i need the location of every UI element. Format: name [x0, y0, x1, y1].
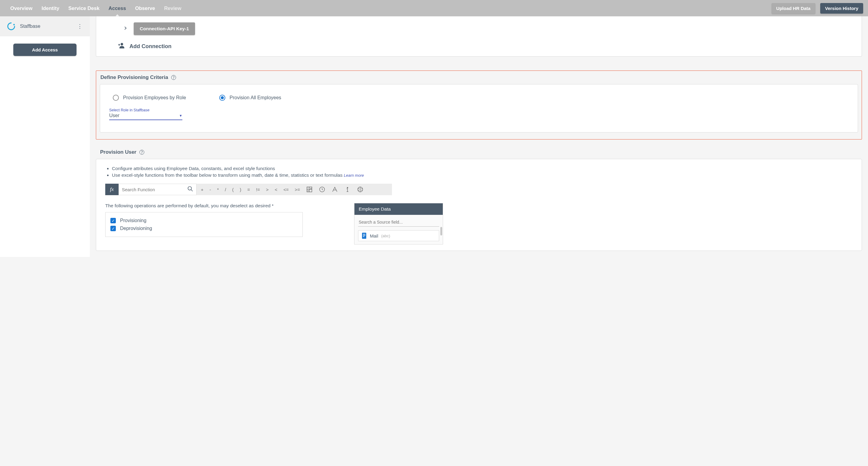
op-multiply[interactable]: *: [217, 187, 219, 192]
caret-down-icon: ▼: [179, 114, 182, 117]
operator-toolbar: + - * / ( ) = != > < <= >=: [196, 184, 392, 195]
provision-user-section: Provision User ? Configure attributes us…: [96, 146, 862, 251]
op-divide[interactable]: /: [225, 187, 226, 192]
chevron-right-icon[interactable]: [123, 26, 128, 31]
nav-service-desk[interactable]: Service Desk: [68, 0, 99, 16]
top-nav-bar: Overview Identity Service Desk Access Ob…: [0, 0, 868, 16]
op-neq[interactable]: !=: [256, 187, 260, 192]
scrollbar[interactable]: [440, 227, 442, 244]
checkbox-provisioning[interactable]: ✓ Provisioning: [111, 217, 298, 225]
operations-list: ✓ Provisioning ✓ Deprovisioning: [105, 212, 303, 237]
svg-rect-8: [363, 235, 365, 236]
bullet-2: Use excel-style functions from the toolb…: [112, 172, 852, 178]
define-criteria-section: Define Provisioning Criteria ? Provision…: [96, 70, 862, 140]
add-connection-row[interactable]: Add Connection: [105, 39, 852, 50]
op-plus[interactable]: +: [201, 187, 204, 192]
connection-chip[interactable]: Connection-API Key-1: [134, 22, 195, 35]
connections-panel: Connection-API Key-1 Add Connection: [96, 16, 862, 57]
svg-rect-9: [363, 236, 365, 237]
datetime-category-icon[interactable]: [319, 186, 326, 193]
nav-identity[interactable]: Identity: [41, 0, 59, 16]
text-category-icon[interactable]: [332, 186, 338, 193]
source-field-search-input[interactable]: [358, 218, 439, 227]
op-eq[interactable]: =: [247, 187, 250, 192]
svg-rect-7: [363, 234, 365, 234]
operations-instruction: The following operations are performed b…: [105, 203, 303, 208]
math-category-icon[interactable]: [306, 186, 313, 193]
upload-hr-data-button[interactable]: Upload HR Data: [772, 3, 815, 13]
search-function-field[interactable]: [119, 184, 196, 195]
nav-observe[interactable]: Observe: [135, 0, 155, 16]
checkbox-checked-icon: ✓: [111, 226, 116, 231]
radio-provision-by-role[interactable]: Provision Employees by Role: [113, 95, 186, 101]
info-category-icon[interactable]: [344, 186, 351, 193]
bullet-1: Configure attributes using Employee Data…: [112, 165, 852, 172]
svg-rect-6: [362, 233, 366, 239]
help-icon[interactable]: ?: [171, 75, 176, 80]
provision-user-title: Provision User: [100, 149, 136, 155]
svg-point-5: [347, 187, 348, 188]
learn-more-link[interactable]: Learn more: [344, 173, 364, 178]
radio-provision-all[interactable]: Provision All Employees: [219, 95, 281, 101]
help-icon[interactable]: ?: [140, 150, 144, 155]
op-gt[interactable]: >: [266, 187, 269, 192]
nav-access[interactable]: Access: [108, 0, 126, 16]
sidebar: Staffbase ⋮ Add Access: [0, 16, 90, 257]
radio-checked-icon: [219, 95, 225, 101]
add-person-icon: [117, 42, 125, 50]
criteria-title: Define Provisioning Criteria: [100, 75, 168, 81]
employee-data-panel: Employee Data Mail (abc): [354, 203, 443, 244]
op-gte[interactable]: >=: [295, 187, 300, 192]
sidebar-app-header[interactable]: Staffbase ⋮: [0, 16, 90, 36]
svg-point-1: [121, 43, 123, 46]
fx-icon: fx: [105, 184, 119, 195]
document-icon: [362, 232, 367, 239]
op-lte[interactable]: <=: [283, 187, 289, 192]
op-lparen[interactable]: (: [232, 187, 234, 192]
add-access-button[interactable]: Add Access: [13, 43, 76, 56]
op-rparen[interactable]: ): [240, 187, 241, 192]
nav-overview[interactable]: Overview: [10, 0, 32, 16]
checkbox-deprovisioning[interactable]: ✓ Deprovisioning: [111, 225, 298, 232]
main-content: Connection-API Key-1 Add Connection Defi…: [90, 16, 868, 257]
checkbox-checked-icon: ✓: [111, 218, 116, 223]
search-icon[interactable]: [187, 186, 193, 193]
add-connection-label: Add Connection: [129, 43, 172, 50]
op-lt[interactable]: <: [275, 187, 277, 192]
kebab-menu-icon[interactable]: ⋮: [75, 23, 85, 30]
topbar-actions: Upload HR Data Version History: [772, 3, 863, 13]
nav-tabs: Overview Identity Service Desk Access Ob…: [5, 0, 182, 16]
role-select[interactable]: Select Role in Staffbase User ▼: [104, 108, 854, 120]
radio-unchecked-icon: [113, 95, 119, 101]
field-card-mail[interactable]: Mail (abc): [358, 230, 439, 241]
sidebar-app-name: Staffbase: [20, 24, 70, 29]
staffbase-logo-icon: [7, 22, 16, 31]
logic-category-icon[interactable]: [357, 186, 364, 193]
nav-review[interactable]: Review: [164, 0, 182, 16]
search-function-input[interactable]: [122, 187, 185, 192]
svg-point-0: [13, 24, 15, 25]
op-minus[interactable]: -: [210, 187, 211, 192]
employee-data-header: Employee Data: [354, 203, 443, 215]
formula-toolbar: fx + - * / ( ) =: [105, 184, 852, 195]
version-history-button[interactable]: Version History: [820, 3, 863, 13]
